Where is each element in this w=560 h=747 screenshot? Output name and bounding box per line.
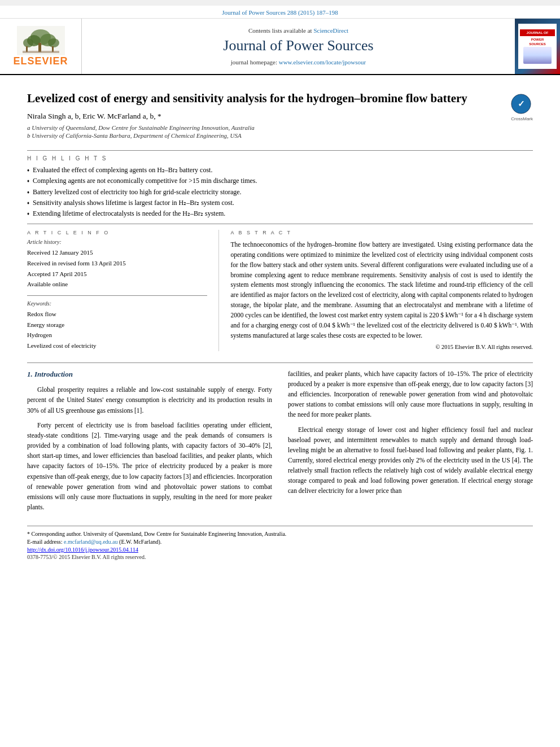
divider-2 — [27, 224, 533, 224]
journal-thumb: JOURNAL OF POWER SOURCES — [515, 19, 560, 74]
header-section: ELSEVIER Contents lists available at Sci… — [0, 19, 560, 75]
right-para-2: Electrical energy storage of lower cost … — [288, 425, 533, 496]
email-link[interactable]: e.mcfarland@uq.edu.au — [64, 539, 118, 545]
corresponding-note: * Corresponding author. University of Qu… — [27, 531, 533, 537]
svg-point-5 — [23, 38, 33, 47]
received-revised-date: Received in revised form 13 April 2015 — [27, 258, 207, 269]
header-center: Contents lists available at ScienceDirec… — [82, 19, 515, 74]
keyword-1: Redox flow — [27, 309, 207, 320]
body-col-left: 1. Introduction Global prosperity requir… — [27, 369, 272, 517]
contents-text: Contents lists available at — [248, 27, 312, 34]
keyword-3: Hydrogen — [27, 330, 207, 340]
and-text: and — [82, 452, 91, 459]
accepted-date: Accepted 17 April 2015 — [27, 269, 207, 279]
available-online: Available online — [27, 279, 207, 290]
keyword-4: Levelized cost of electricity — [27, 340, 207, 351]
highlights-section: H I G H L I G H T S Evaluated the effect… — [27, 155, 533, 219]
email-suffix: (E.W. McFarland). — [119, 539, 161, 545]
received-date: Received 12 January 2015 — [27, 247, 207, 258]
authors: Nirala Singh a, b, Eric W. McFarland a, … — [27, 112, 505, 121]
doi-link[interactable]: http://dx.doi.org/10.1016/j.jpowsour.201… — [27, 547, 138, 553]
copyright-line: © 2015 Elsevier B.V. All rights reserved… — [230, 344, 533, 350]
body-two-col: 1. Introduction Global prosperity requir… — [27, 369, 533, 517]
sciencedirect-link[interactable]: ScienceDirect — [313, 27, 348, 34]
email-label: E-mail address: — [27, 539, 62, 545]
svg-rect-4 — [38, 43, 41, 52]
affiliations: a University of Queensland, Dow Centre f… — [27, 124, 505, 139]
highlight-item-1: Evaluated the effect of complexing agent… — [27, 165, 533, 176]
than-text: than — [391, 487, 402, 494]
homepage-line: journal homepage: www.elsevier.com/locat… — [231, 59, 366, 65]
thumb-red-bar: JOURNAL OF — [520, 29, 555, 36]
svg-rect-9 — [23, 51, 59, 53]
journal-link-text: Journal of Power Sources 288 (2015) 187–… — [222, 9, 338, 16]
issn-line: 0378-7753/© 2015 Elsevier B.V. All right… — [27, 554, 533, 560]
footer-content: * Corresponding author. University of Qu… — [27, 531, 533, 560]
thumb-power-text: POWER — [531, 38, 544, 41]
highlights-list: Evaluated the effect of complexing agent… — [27, 165, 533, 219]
elsevier-logo: ELSEVIER — [0, 19, 82, 74]
footnotes: * Corresponding author. University of Qu… — [27, 531, 533, 560]
journal-thumb-inner: JOURNAL OF POWER SOURCES — [518, 24, 557, 69]
article-info-abstract: A R T I C L E I N F O Article history: R… — [27, 230, 533, 351]
crossmark-icon: ✓ — [511, 94, 531, 114]
thumb-graphic — [523, 47, 552, 64]
elsevier-brand-text: ELSEVIER — [13, 55, 68, 67]
body-section: 1. Introduction Global prosperity requir… — [27, 362, 533, 517]
intro-para-2: Forty percent of electricity use is from… — [27, 420, 272, 512]
affil-b: b University of California-Santa Barbara… — [27, 132, 505, 139]
corresponding-note-text: * Corresponding author. University of Qu… — [27, 531, 286, 537]
thumb-sources-text: SOURCES — [529, 42, 546, 46]
svg-text:✓: ✓ — [518, 99, 525, 108]
divider-1 — [27, 150, 533, 151]
article-info-label: A R T I C L E I N F O — [27, 230, 207, 235]
homepage-url[interactable]: www.elsevier.com/locate/jpowsour — [279, 59, 366, 65]
article-info-col: A R T I C L E I N F O Article history: R… — [27, 230, 219, 351]
intro-heading: 1. Introduction — [27, 369, 272, 381]
highlights-label: H I G H L I G H T S — [27, 155, 533, 161]
keywords-label: Keywords: — [27, 300, 207, 307]
article-title: Levelized cost of energy and sensitivity… — [27, 91, 505, 106]
contents-line: Contents lists available at ScienceDirec… — [248, 27, 348, 34]
elsevier-tree-icon — [17, 26, 65, 55]
affil-a: a University of Queensland, Dow Centre f… — [27, 124, 505, 131]
authors-text: Nirala Singh a, b, Eric W. McFarland a, … — [27, 112, 161, 120]
crossmark-label: CrossMark — [511, 116, 533, 121]
crossmark-container: ✓ CrossMark — [511, 91, 533, 121]
history-dates: Received 12 January 2015 Received in rev… — [27, 247, 207, 290]
highlight-item-5: Extending lifetime of electrocatalysts i… — [27, 208, 533, 219]
footer-area: * Corresponding author. University of Qu… — [27, 526, 533, 560]
abstract-text: The technoeconomics of the hydrogen–brom… — [230, 240, 533, 340]
page: Journal of Power Sources 288 (2015) 187–… — [0, 6, 560, 747]
keyword-2: Energy storage — [27, 320, 207, 330]
main-content: Levelized cost of energy and sensitivity… — [0, 75, 560, 570]
intro-para-1: Global prosperity requires a reliable an… — [27, 385, 272, 415]
svg-point-6 — [48, 38, 59, 47]
article-history-label: Article history: — [27, 239, 207, 245]
abstract-label: A B S T R A C T — [230, 230, 533, 235]
doi-line: http://dx.doi.org/10.1016/j.jpowsour.201… — [27, 547, 533, 553]
abstract-col: A B S T R A C T The technoeconomics of t… — [219, 230, 533, 351]
highlight-item-3: Battery levelized cost of electricity to… — [27, 187, 533, 198]
body-col-right: facilities, and peaker plants, which hav… — [288, 369, 533, 517]
highlight-item-2: Complexing agents are not economically c… — [27, 176, 533, 186]
email-footnote: E-mail address: e.mcfarland@uq.edu.au (E… — [27, 539, 533, 545]
divider-keywords — [27, 295, 207, 296]
homepage-text: journal homepage: — [231, 59, 277, 65]
keywords-list: Redox flow Energy storage Hydrogen Level… — [27, 309, 207, 351]
title-row: Levelized cost of energy and sensitivity… — [27, 85, 533, 146]
journal-link-bar: Journal of Power Sources 288 (2015) 187–… — [0, 6, 560, 19]
highlight-item-4: Sensitivity analysis shows lifetime is l… — [27, 198, 533, 208]
right-para-1: facilities, and peaker plants, which hav… — [288, 369, 533, 420]
journal-name-header: Journal of Power Sources — [223, 37, 373, 54]
